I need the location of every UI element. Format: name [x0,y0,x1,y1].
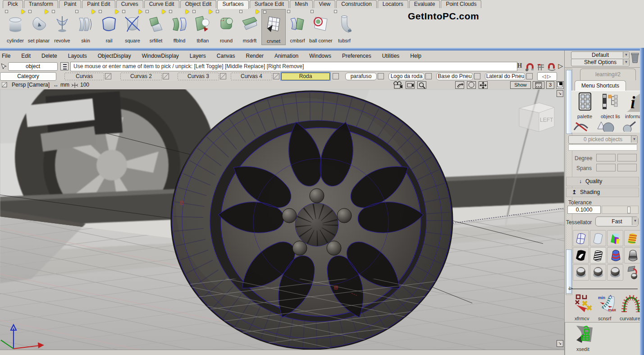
tool-revolve[interactable]: revolve [50,9,74,44]
tool-ffblnd[interactable]: ffblnd [168,9,191,44]
tool-option-box[interactable] [5,10,8,13]
tool-cylinder[interactable]: cylinder [4,9,27,44]
layer-symmetry-box[interactable] [105,73,111,79]
wheel-model[interactable] [171,91,455,350]
tool-square[interactable]: square [121,9,144,44]
render-sphere-button-3[interactable] [607,264,623,281]
tool-rail[interactable]: rail [97,9,121,44]
layer-scroll-right-icon[interactable]: ▷ [547,74,552,79]
shelf-tab-surfaces[interactable]: Surfaces [217,0,248,9]
tool-skin[interactable]: skin [74,9,97,44]
viewport-resize-corner-icon[interactable]: ↘ [557,340,563,347]
layer-symmetry-box[interactable] [378,73,384,79]
prompt-expand-icon[interactable]: ▷ [556,62,565,70]
layer-tab-curvas-4[interactable]: Curvas 4 [231,73,272,80]
tool-set-planar[interactable]: set planar [27,9,50,44]
palette-icon[interactable] [576,92,596,112]
menu-render[interactable]: Render [241,53,269,59]
degree-field-2[interactable] [617,154,637,161]
shelf-tab-evaluate[interactable]: Evaluate [409,0,440,8]
show-menu-button[interactable]: Show [510,81,531,89]
curvature-icon[interactable] [621,294,640,314]
tolerance-value-field[interactable]: 0.1000 [567,206,601,214]
tool-option-box[interactable] [263,10,266,14]
tool-option-box[interactable] [146,10,149,13]
layer-tab-logo-da-roda[interactable]: Logo da roda [388,73,425,80]
layer-symmetry-box[interactable] [425,73,432,79]
menu-windowdisplay[interactable]: WindowDisplay [137,53,184,59]
subdivision-button[interactable]: 3 [546,81,554,89]
shelf-tab-locators[interactable]: Locators [378,0,408,8]
menu-layers[interactable]: Layers [184,53,211,59]
menu-canvas[interactable]: Canvas [211,53,241,59]
xfrmcv-icon[interactable] [574,294,594,314]
layer-scroll-buttons[interactable]: ◁▷ [537,72,557,81]
tool-round[interactable]: round [215,9,238,44]
twist-view-button[interactable] [455,81,464,89]
pick-target-dropdown[interactable]: object [8,62,58,71]
degree-field-1[interactable] [596,154,616,161]
tool-option-box[interactable] [334,10,337,13]
shade-black-button[interactable] [573,247,589,263]
perspective-viewport[interactable]: LEFT ↘ ↘ [0,89,564,350]
picked-objects-dropdown[interactable]: 0 picked objects▼ [568,135,638,144]
menu-preferences[interactable]: Preferences [337,53,377,59]
shelf-tab-curves[interactable]: Curves [116,0,143,8]
tool-option-box[interactable] [169,10,172,13]
tolerance-slider[interactable] [602,206,639,214]
tool-srfillet[interactable]: srfillet [144,9,168,44]
layer-tab-base-do-pneu[interactable]: Base do Pneu [436,73,473,80]
shelf-tab-paint-edit[interactable]: Paint Edit [82,0,115,8]
layer-symmetry-box[interactable] [474,73,480,79]
shelf-tab-view[interactable]: View [314,0,335,8]
panel-slider-marker[interactable]: ▷ [569,286,573,290]
tessellator-dropdown[interactable]: Fast▼ [595,217,639,226]
tool-ball-corner[interactable]: ball corner [309,9,333,44]
tool-option-box[interactable] [287,10,290,13]
tool-option-box[interactable] [99,10,102,13]
shade-zebra-button[interactable] [590,247,606,263]
layer-tab-curvas[interactable]: Curvas [64,73,104,80]
tool-option-box[interactable] [216,10,219,13]
viewport-resize-corner-icon[interactable]: ↘ [557,90,563,97]
render-sphere-button-1[interactable] [573,264,589,281]
grid-snap-icon[interactable] [536,63,545,71]
name-field[interactable] [568,144,637,151]
tool-crvnet[interactable]: crvnet [261,9,286,45]
spans-field-1[interactable] [596,164,616,171]
tool-option-box[interactable] [52,10,55,13]
layer-tab-lateral-do-pneu[interactable]: Lateral do Pneu [485,73,525,80]
shelf-tab-construction[interactable]: Construction [336,0,376,8]
shelf-options-dropdown[interactable]: Shelf Options▼ [571,59,630,66]
layer-symmetry-box[interactable] [273,73,279,79]
shelf-tab-paint[interactable]: Paint [59,0,81,8]
shade-patches-button[interactable] [607,230,623,246]
quality-section-header[interactable]: ↓Quality [566,177,639,186]
zoom-button[interactable] [417,81,426,89]
menu-delete[interactable]: Delete [36,53,63,59]
panel-slider-track[interactable] [568,289,638,289]
category-button[interactable]: Category [0,72,56,81]
tool-option-box[interactable] [75,10,78,13]
shelf-tab-surface-edit[interactable]: Surface Edit [250,0,289,8]
shelf-tab-point-clouds[interactable]: Point Clouds [441,0,481,8]
layer-tab-curvas-2[interactable]: Curvas 2 [120,73,162,80]
layer-symmetry-box[interactable] [163,73,169,79]
prompt-input[interactable]: Use mouse or enter name of item to pick … [70,62,517,71]
magnet-snap-icon[interactable] [525,63,534,71]
tool-option-box[interactable] [239,10,242,13]
render-sphere-button-2[interactable] [590,264,606,281]
history-icon[interactable]: H [515,62,524,70]
tool-tubsrf[interactable]: tubsrf [333,9,356,44]
spans-field-2[interactable] [617,164,637,171]
object-lister-icon[interactable] [601,92,621,112]
layer-scroll-left-icon[interactable]: ◁ [542,74,547,79]
shelf-tab-transform[interactable]: Transform [24,0,58,8]
camera-view-button[interactable] [406,81,415,89]
workspace-tab[interactable]: learning#2 [580,69,636,80]
menu-edit[interactable]: Edit [16,53,36,59]
shade-bands-button[interactable] [607,247,623,263]
layer-symmetry-box[interactable] [333,73,339,79]
shelf-tab-object-edit[interactable]: Object Edit [180,0,217,8]
shelf-tab-curve-edit[interactable]: Curve Edit [144,0,179,8]
